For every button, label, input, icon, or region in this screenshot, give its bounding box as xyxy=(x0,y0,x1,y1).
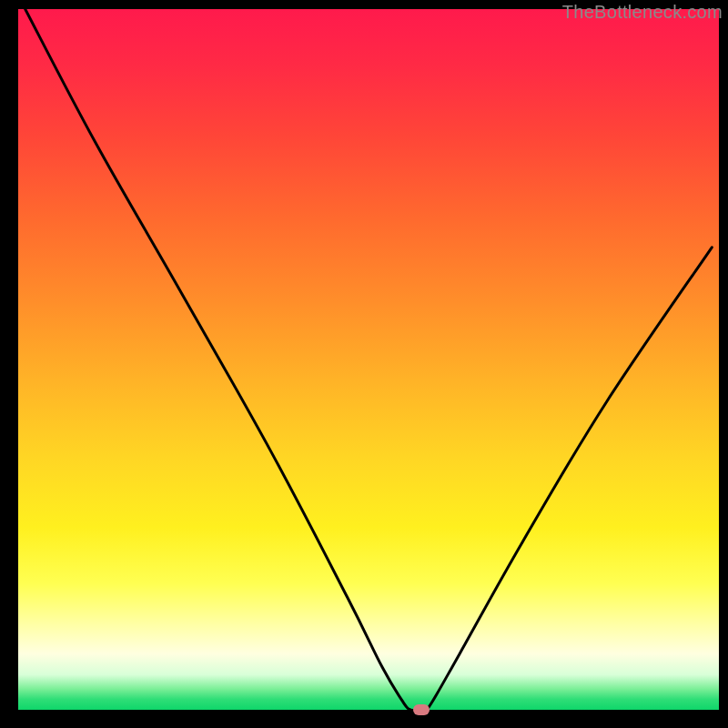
plot-area xyxy=(18,9,719,710)
optimal-point-marker xyxy=(413,704,430,715)
bottleneck-curve xyxy=(18,9,719,710)
chart-figure: TheBottleneck.com xyxy=(0,0,728,728)
watermark-text: TheBottleneck.com xyxy=(562,2,723,23)
